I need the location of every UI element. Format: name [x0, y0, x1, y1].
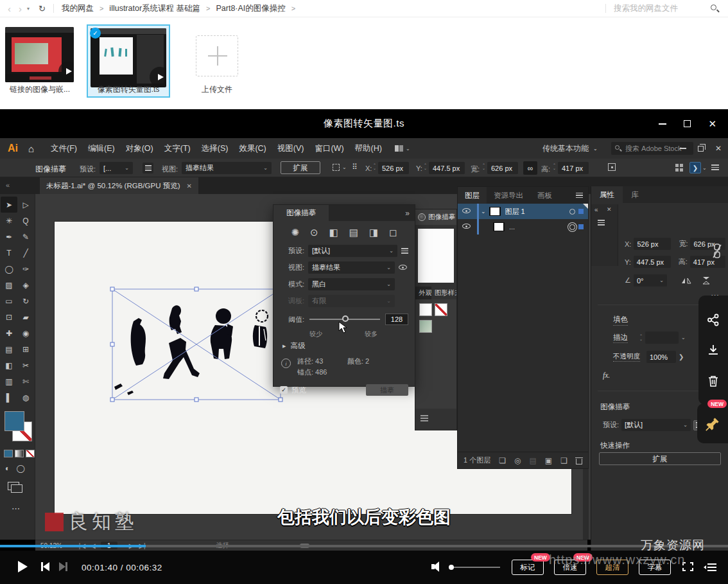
fill-swatch[interactable]: [4, 411, 24, 431]
selected-check-icon[interactable]: ✓: [90, 28, 101, 39]
preview-checkbox[interactable]: ✓: [280, 386, 288, 394]
opacity-field[interactable]: 100%: [646, 351, 676, 363]
tab-appearance[interactable]: 外观: [415, 287, 431, 299]
bounds-icon[interactable]: [333, 164, 340, 171]
stroke-field[interactable]: [645, 332, 679, 344]
tool-icon[interactable]: ↻: [17, 293, 34, 309]
height-stepper[interactable]: ⌃⌄: [553, 164, 556, 170]
expand-button[interactable]: 扩展: [281, 161, 320, 174]
tool-icon[interactable]: ⊞: [17, 341, 34, 357]
ai-logo[interactable]: Ai: [8, 143, 18, 154]
trace-button-disabled[interactable]: 描摹: [366, 384, 408, 396]
search-input[interactable]: [614, 4, 710, 13]
link-dimensions-icon[interactable]: ∞: [523, 161, 537, 175]
x-field[interactable]: 526 px: [378, 162, 409, 174]
play-overlay-icon[interactable]: [58, 62, 74, 81]
stroke-stepper[interactable]: ⌃⌄: [639, 335, 643, 341]
tool-icon[interactable]: ◈: [17, 277, 34, 293]
new-layer-icon[interactable]: ❑: [560, 456, 568, 465]
pin-toolbox[interactable]: NEW: [697, 403, 728, 443]
back-icon[interactable]: ‹: [8, 3, 11, 14]
trace-mode-dropdown[interactable]: 黑白⌄: [308, 278, 395, 290]
eye-icon[interactable]: [399, 265, 408, 271]
angle-dropdown[interactable]: 0°⌄: [634, 274, 667, 287]
layer-thumbnail[interactable]: [493, 222, 505, 231]
tool-icon[interactable]: ▭: [1, 293, 17, 309]
collapse-panel-icon[interactable]: »: [405, 209, 410, 218]
opacity-label[interactable]: 不透明度: [613, 352, 640, 362]
target-circle-icon[interactable]: [569, 209, 575, 215]
trace-view-dropdown[interactable]: 描摹结果⌄: [308, 261, 395, 274]
tab-properties[interactable]: 属性: [591, 186, 623, 203]
document-tab[interactable]: 未标题-1.ai* @ 50.12% (RGB/GPU 预览) ✕: [40, 177, 198, 194]
volume-icon[interactable]: [431, 562, 439, 572]
visibility-eye-icon[interactable]: [462, 208, 472, 215]
search-icon[interactable]: [710, 4, 719, 13]
preset-menu-icon[interactable]: [401, 248, 408, 254]
target-circle-icon[interactable]: [569, 224, 575, 230]
maximize-icon[interactable]: [684, 120, 691, 127]
expand-button[interactable]: 扩展: [599, 452, 721, 465]
visibility-eye-icon[interactable]: [462, 224, 472, 230]
make-mask-icon[interactable]: ▣: [545, 456, 552, 465]
tool-icon[interactable]: T: [1, 245, 17, 261]
make-mask-icon-disabled[interactable]: ▤: [529, 456, 536, 465]
reference-point-icon[interactable]: ⠿: [352, 163, 358, 172]
restore-icon[interactable]: [698, 146, 704, 152]
minimize-icon[interactable]: [680, 148, 686, 149]
home-icon[interactable]: ⌂: [28, 143, 34, 154]
layer-name[interactable]: ...: [509, 223, 515, 231]
collapse-icon[interactable]: «: [594, 206, 598, 213]
tool-icon[interactable]: ▷: [17, 197, 34, 213]
trace-panel-icon[interactable]: [143, 163, 153, 173]
menu-help[interactable]: 帮助(H): [355, 143, 382, 154]
flip-horizontal-icon[interactable]: [681, 277, 691, 285]
menu-effect[interactable]: 效果(C): [239, 143, 266, 154]
tool-icon[interactable]: ◉: [17, 325, 34, 341]
tool-icon[interactable]: ◍: [17, 389, 34, 405]
unlink-dimensions-icon[interactable]: [712, 243, 722, 260]
mark-button[interactable]: 标记: [512, 560, 544, 575]
trace-mode-icon[interactable]: ✺: [291, 227, 299, 238]
menu-select[interactable]: 选择(S): [202, 143, 229, 154]
trace-panel-tab[interactable]: 图像描摹: [273, 205, 329, 221]
trace-mode-icon[interactable]: ◻: [389, 227, 397, 238]
tab-asset-export[interactable]: 资源导出: [487, 187, 530, 204]
preset-dropdown[interactable]: [默认]⌄: [621, 419, 691, 431]
breadcrumb-item-part8[interactable]: Part8·AI的图像操控: [216, 3, 285, 14]
subtitle-button[interactable]: 字幕: [639, 560, 671, 575]
color-mode-buttons[interactable]: [4, 450, 35, 457]
panel-menu-icon[interactable]: [576, 193, 583, 199]
tool-icon[interactable]: ◧: [1, 357, 17, 373]
tab-libraries[interactable]: 库: [623, 186, 647, 203]
preset-dropdown[interactable]: [...⌄: [100, 162, 133, 174]
width-stepper[interactable]: ⌃⌄: [482, 164, 485, 170]
playlist-icon[interactable]: [704, 562, 716, 572]
transform-bounds-icon[interactable]: [608, 163, 616, 171]
x-stepper[interactable]: ⌃⌄: [373, 164, 376, 170]
threshold-slider[interactable]: [309, 319, 380, 320]
tool-icon[interactable]: ✂: [17, 357, 34, 373]
layer-thumbnail[interactable]: [489, 207, 501, 216]
tab-graphic-styles[interactable]: 图形样式: [431, 287, 456, 299]
screen-mode-icon[interactable]: [8, 482, 19, 490]
trace-mode-icon[interactable]: ◧: [329, 227, 338, 238]
height-field[interactable]: 417 px: [558, 162, 589, 174]
y-field[interactable]: 447.5 px: [634, 256, 671, 268]
tool-icon[interactable]: ▌: [1, 389, 17, 405]
tool-icon[interactable]: ▨: [1, 277, 17, 293]
tool-icon[interactable]: ◯: [1, 261, 17, 277]
forward-icon[interactable]: ›: [19, 3, 22, 14]
flip-vertical-icon[interactable]: [702, 276, 711, 285]
tool-icon[interactable]: ✳: [1, 213, 17, 229]
tab-layers[interactable]: 图层: [458, 187, 487, 204]
volume-slider[interactable]: [451, 567, 500, 568]
close-icon[interactable]: ✕: [715, 144, 722, 153]
tool-icon[interactable]: Q: [17, 213, 34, 229]
speed-button[interactable]: 倍速: [554, 560, 586, 575]
tool-icon[interactable]: ✎: [17, 229, 34, 245]
grid-icon[interactable]: [675, 164, 683, 172]
share-icon[interactable]: [707, 314, 720, 326]
file-name-selected[interactable]: 像素图转矢量图.ts: [87, 84, 170, 95]
view-dropdown[interactable]: 描摹结果⌄: [182, 162, 272, 174]
